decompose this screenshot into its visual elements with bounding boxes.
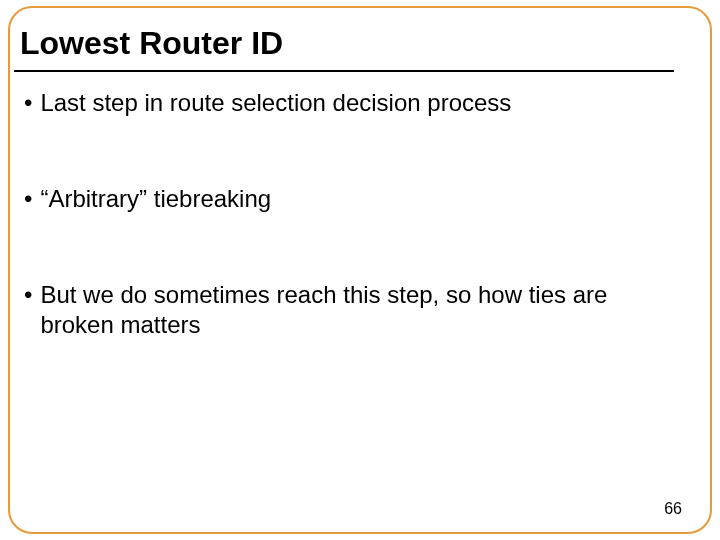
- bullet-dot-icon: •: [24, 184, 32, 214]
- page-number: 66: [664, 500, 682, 518]
- slide: Lowest Router ID • Last step in route se…: [0, 0, 720, 540]
- bullet-text: Last step in route selection decision pr…: [40, 88, 511, 118]
- title-container: Lowest Router ID: [14, 14, 674, 72]
- slide-title: Lowest Router ID: [20, 24, 668, 62]
- bullet-item: • Last step in route selection decision …: [24, 88, 680, 118]
- bullet-text: But we do sometimes reach this step, so …: [40, 280, 680, 340]
- bullet-item: • But we do sometimes reach this step, s…: [24, 280, 680, 340]
- bullet-dot-icon: •: [24, 280, 32, 310]
- bullet-text: “Arbitrary” tiebreaking: [40, 184, 271, 214]
- bullet-dot-icon: •: [24, 88, 32, 118]
- slide-body: • Last step in route selection decision …: [24, 88, 680, 340]
- bullet-item: • “Arbitrary” tiebreaking: [24, 184, 680, 214]
